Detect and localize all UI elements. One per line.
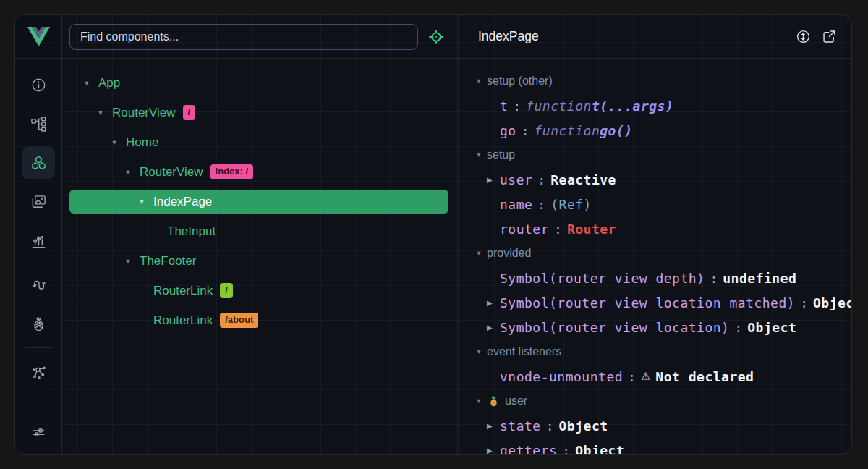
- tree-row-theinput[interactable]: TheInput: [69, 219, 448, 243]
- component-name: Home: [126, 135, 158, 150]
- state-entry[interactable]: name:(Ref): [458, 192, 851, 216]
- warning-icon: ⚠: [641, 370, 650, 383]
- state-key: Symbol(router view depth): [500, 271, 705, 286]
- state-key: state: [500, 418, 541, 434]
- section-collapse-arrow-icon[interactable]: ▼: [475, 77, 483, 85]
- state-section-event-listeners[interactable]: ▼event listeners: [458, 339, 851, 364]
- component-name: RouterLink: [153, 313, 213, 328]
- tree-row-routerlink[interactable]: RouterLink/: [69, 279, 448, 303]
- timeline-icon[interactable]: [15, 221, 61, 261]
- state-value: undefined: [723, 271, 796, 286]
- graph-icon[interactable]: [15, 352, 61, 392]
- state-entry[interactable]: Symbol(router view depth):undefined: [458, 266, 851, 290]
- sidebar: [15, 15, 62, 454]
- settings-icon[interactable]: [15, 410, 61, 454]
- component-name: RouterView: [112, 106, 176, 120]
- state-value: (Ref): [550, 197, 592, 212]
- tree-row-routerview[interactable]: ▼RouterView/: [69, 101, 448, 124]
- component-tree-icon[interactable]: [15, 104, 61, 143]
- vue-logo: [15, 15, 61, 59]
- state-key: getters: [500, 443, 557, 455]
- tree-row-home[interactable]: ▼Home: [69, 130, 448, 154]
- state-value: Router: [567, 221, 616, 237]
- expand-arrow-icon[interactable]: ▼: [96, 109, 105, 117]
- key-value-separator: :: [537, 172, 545, 187]
- inspector-panel: IndexPage ▼setup (other)t:function t(...…: [458, 15, 851, 454]
- locate-component-button[interactable]: [424, 25, 448, 49]
- open-in-editor-icon: [822, 29, 837, 44]
- key-value-separator: :: [537, 197, 545, 212]
- open-in-editor-button[interactable]: [822, 29, 837, 44]
- component-tree: ▼App▼RouterView/▼Home▼RouterViewindex: /…: [62, 59, 457, 338]
- section-collapse-arrow-icon[interactable]: ▼: [475, 250, 483, 257]
- expand-arrow-icon[interactable]: ▼: [82, 80, 91, 87]
- expand-arrow-icon[interactable]: ▼: [137, 198, 146, 206]
- section-label: user: [505, 394, 527, 407]
- section-collapse-arrow-icon[interactable]: ▼: [475, 151, 483, 159]
- route-badge: index: /: [210, 164, 254, 179]
- entry-expand-arrow-icon[interactable]: ▶: [487, 447, 500, 455]
- state-value: go(): [600, 123, 632, 138]
- locate-component-icon: [428, 29, 444, 45]
- state-key: Symbol(router view location): [500, 320, 729, 335]
- tree-row-indexpage[interactable]: ▼IndexPage: [69, 190, 448, 214]
- tree-row-app[interactable]: ▼App: [69, 71, 448, 95]
- state-entry[interactable]: go:function go(): [458, 118, 851, 143]
- entry-expand-arrow-icon[interactable]: ▶: [487, 324, 500, 331]
- tree-row-thefooter[interactable]: ▼TheFooter: [69, 249, 448, 273]
- section-collapse-arrow-icon[interactable]: ▼: [475, 348, 483, 355]
- state-entry[interactable]: t:function t(...args): [458, 93, 851, 118]
- state-section-setup-other-[interactable]: ▼setup (other): [458, 69, 851, 93]
- route-badge: /about: [220, 313, 258, 328]
- state-entry[interactable]: ▶user:Reactive: [458, 167, 851, 192]
- search-input[interactable]: [69, 24, 418, 50]
- tree-row-routerlink[interactable]: RouterLink/about: [69, 308, 448, 332]
- state-entry[interactable]: router:Router: [458, 216, 851, 241]
- state-value: function: [535, 123, 600, 138]
- state-inspector: ▼setup (other)t:function t(...args)go:fu…: [458, 59, 851, 454]
- entry-expand-arrow-icon[interactable]: ▶: [487, 299, 500, 307]
- state-value: function: [526, 98, 592, 114]
- key-value-separator: :: [562, 443, 570, 455]
- active-nav-highlight: [22, 146, 55, 179]
- pinia-icon[interactable]: [15, 304, 61, 343]
- state-key: router: [500, 221, 549, 237]
- scroll-to-component-button[interactable]: [796, 29, 811, 44]
- state-value: Object: [559, 418, 608, 434]
- key-value-separator: :: [554, 221, 562, 237]
- selected-component-title: IndexPage: [478, 29, 539, 44]
- state-entry[interactable]: ▶getters:Object: [458, 438, 851, 454]
- sidebar-divider: [25, 347, 52, 348]
- router-icon[interactable]: [15, 265, 61, 304]
- component-name: RouterLink: [153, 284, 213, 298]
- overview-info-icon[interactable]: [15, 65, 61, 104]
- state-value: Not declared: [655, 369, 754, 384]
- pinia-store-icon: [488, 396, 499, 407]
- tree-row-routerview[interactable]: ▼RouterViewindex: /: [69, 160, 448, 184]
- entry-expand-arrow-icon[interactable]: ▶: [487, 176, 500, 184]
- key-value-separator: :: [522, 123, 529, 138]
- expand-arrow-icon[interactable]: ▼: [124, 169, 132, 176]
- section-label: setup (other): [487, 75, 553, 88]
- component-name: App: [98, 76, 120, 90]
- state-section-provided[interactable]: ▼provided: [458, 241, 851, 266]
- assets-icon[interactable]: [15, 182, 61, 221]
- section-collapse-arrow-icon[interactable]: ▼: [475, 397, 483, 405]
- state-entry[interactable]: vnode-unmounted:⚠Not declared: [458, 364, 851, 389]
- component-name: RouterView: [140, 165, 203, 179]
- expand-arrow-icon[interactable]: ▼: [110, 139, 119, 146]
- entry-expand-arrow-icon[interactable]: ▶: [487, 422, 500, 430]
- section-label: event listeners: [487, 345, 561, 358]
- component-name: TheInput: [167, 224, 216, 239]
- expand-arrow-icon[interactable]: ▼: [124, 258, 132, 265]
- state-entry[interactable]: ▶state:Object: [458, 413, 851, 438]
- components-hexagons-icon[interactable]: [15, 143, 61, 182]
- key-value-separator: :: [734, 320, 742, 335]
- section-label: setup: [487, 148, 515, 161]
- devtools-window: ▼App▼RouterView/▼Home▼RouterViewindex: /…: [14, 14, 852, 455]
- components-panel: ▼App▼RouterView/▼Home▼RouterViewindex: /…: [62, 15, 458, 454]
- state-entry[interactable]: ▶Symbol(router view location matched):Ob…: [458, 290, 851, 315]
- state-section-setup[interactable]: ▼setup: [458, 143, 851, 167]
- state-section-user[interactable]: ▼user: [458, 389, 851, 413]
- state-entry[interactable]: ▶Symbol(router view location):Object: [458, 315, 851, 339]
